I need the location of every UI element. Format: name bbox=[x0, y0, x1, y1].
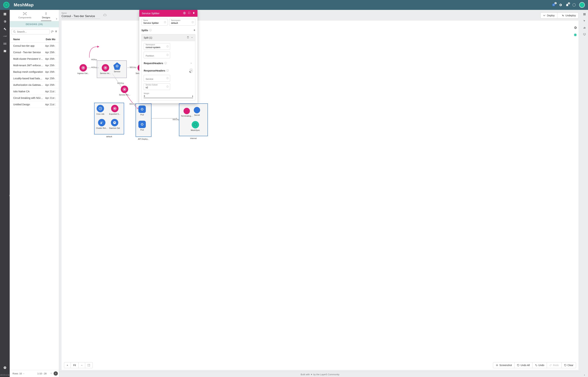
bell-icon[interactable]: 3 bbox=[565, 3, 569, 7]
split-delete-icon[interactable] bbox=[187, 36, 189, 39]
split-subset-field[interactable]: Service Subset ⓘ bbox=[144, 83, 170, 90]
cloud-sync-icon[interactable] bbox=[103, 14, 107, 17]
split-service-input[interactable] bbox=[146, 78, 168, 80]
help-icon[interactable]: ⓘ bbox=[192, 21, 194, 24]
rightnav-pointer-icon[interactable] bbox=[583, 19, 587, 23]
leftnav-perf-icon[interactable]: SMP bbox=[3, 34, 7, 38]
design-row[interactable]: Istio Native CAApr 21st 2 bbox=[10, 88, 59, 95]
design-row[interactable]: Backup mesh configurationApr 25th 2 bbox=[10, 69, 59, 75]
prop-name-field[interactable]: Name ⓘ bbox=[141, 19, 168, 25]
node-service-router[interactable]: Service Ro... bbox=[119, 86, 130, 96]
k8s-status-icon[interactable]: 1 bbox=[552, 3, 556, 7]
node-ingress[interactable]: Ingress Gat... bbox=[77, 64, 89, 74]
node-cronjob[interactable]: Cron Job bbox=[97, 105, 104, 115]
tab-components[interactable]: Components bbox=[17, 11, 32, 21]
canvas[interactable]: 443/tcp 443/tcp 9001/tcp 9002/tcp 9002/t… bbox=[61, 21, 578, 370]
avatar[interactable] bbox=[579, 2, 585, 8]
rightnav-monitor-icon[interactable] bbox=[583, 32, 587, 36]
split-ns-field[interactable]: Namespace ⓘ bbox=[144, 43, 170, 50]
request-headers-expand-icon[interactable] bbox=[189, 61, 193, 66]
prop-help-icon[interactable]: ? bbox=[183, 12, 186, 15]
node-exported-service[interactable]: Exported S... bbox=[109, 105, 121, 115]
split-weight-field[interactable]: Weight ▴▾ bbox=[144, 92, 193, 98]
design-row[interactable]: Consul two-tier appApr 25th 2 bbox=[10, 43, 59, 49]
help-icon[interactable]: ⓘ bbox=[166, 85, 169, 88]
undo-button[interactable]: Undo bbox=[532, 362, 547, 368]
design-row[interactable]: Consul - Two-tier ServiceApr 25th 2 bbox=[10, 49, 59, 56]
leftpanel-collapse-icon[interactable] bbox=[55, 18, 58, 21]
canvas-settings-icon[interactable] bbox=[574, 26, 577, 30]
design-row[interactable]: Locality-based load balancin...Apr 25th … bbox=[10, 75, 59, 82]
node-daemonset[interactable]: Daemon Set bbox=[109, 119, 120, 129]
pager-prev-icon[interactable] bbox=[50, 372, 52, 375]
fit-button[interactable]: Fit bbox=[71, 362, 79, 368]
canvas-mesh-icon[interactable] bbox=[574, 33, 577, 37]
node-cluster-role[interactable]: Cluster Rol... bbox=[96, 119, 107, 129]
rightnav-collapse-icon[interactable] bbox=[583, 373, 587, 377]
leftnav-help-icon[interactable]: ? bbox=[3, 365, 7, 370]
rightnav-chart-icon[interactable] bbox=[583, 26, 587, 30]
pager-perpage[interactable]: 10 bbox=[19, 372, 22, 375]
split-partition-field[interactable]: ⓘ bbox=[144, 52, 170, 58]
leftnav-filters-icon[interactable] bbox=[3, 42, 7, 46]
help-icon[interactable]: ⓘ bbox=[166, 54, 169, 57]
prop-expand-icon[interactable] bbox=[188, 12, 190, 15]
design-row[interactable]: Multi-cluster Persistent Volu...Apr 25th… bbox=[10, 56, 59, 62]
prop-namespace-field[interactable]: Namespace ⓘ bbox=[169, 19, 195, 25]
help-icon[interactable]: ⓘ bbox=[164, 62, 167, 65]
tab-designs[interactable]: Designs bbox=[41, 11, 51, 21]
refresh-icon[interactable] bbox=[51, 30, 54, 34]
node-meshsync[interactable]: MeshSync bbox=[191, 121, 200, 131]
design-row[interactable]: Multi-tenant JWT enforcementApr 25th 2 bbox=[10, 62, 59, 69]
split-ns-input[interactable] bbox=[146, 46, 168, 49]
clear-button[interactable]: Clear bbox=[562, 362, 576, 368]
node-secret[interactable]: Secret bbox=[194, 107, 200, 116]
search-input[interactable] bbox=[17, 30, 48, 33]
zoom-out-button[interactable]: − bbox=[79, 362, 85, 368]
split-service-field[interactable]: ⓘ bbox=[144, 75, 170, 82]
prop-delete-icon[interactable] bbox=[193, 12, 195, 15]
design-row[interactable]: Authorization via Gateway - ...Apr 25th … bbox=[10, 82, 59, 88]
split-subset-input[interactable] bbox=[146, 86, 168, 89]
rightnav-grid-icon[interactable] bbox=[583, 12, 587, 16]
loading-icon[interactable] bbox=[572, 3, 576, 7]
zoom-in-button[interactable]: + bbox=[64, 362, 71, 368]
add-split-icon[interactable]: + bbox=[193, 28, 195, 32]
screenshot-button[interactable]: Screenshot bbox=[493, 362, 515, 368]
help-icon[interactable]: ⓘ bbox=[166, 45, 169, 48]
leftnav-dashboard-icon[interactable] bbox=[3, 12, 7, 16]
split-partition-input[interactable] bbox=[146, 54, 168, 57]
leftnav-tools-icon[interactable] bbox=[3, 27, 7, 31]
undeploy-button[interactable]: Undeploy bbox=[559, 13, 578, 18]
weight-stepper-icon[interactable]: ▴▾ bbox=[192, 95, 193, 97]
help-icon[interactable]: ⓘ bbox=[149, 29, 152, 32]
node-pod-1[interactable]: Pod bbox=[138, 106, 146, 116]
col-date-header[interactable]: Date Mo bbox=[45, 38, 55, 41]
fullscreen-button[interactable] bbox=[85, 362, 93, 368]
design-row[interactable]: Untitled DesignApr 21st 2 bbox=[10, 101, 59, 108]
design-row[interactable]: Circuit breaking with NGINX ...Apr 21st … bbox=[10, 95, 59, 101]
split-collapse-icon[interactable] bbox=[191, 36, 193, 39]
search-input-wrapper[interactable] bbox=[11, 29, 50, 34]
leftpanel-circle-collapse-icon[interactable] bbox=[54, 371, 58, 376]
pager-perpage-caret-icon[interactable] bbox=[23, 373, 25, 375]
prop-name-input[interactable] bbox=[143, 22, 166, 24]
help-icon[interactable]: ⓘ bbox=[166, 77, 169, 80]
design-name-field[interactable]: Name Consul - Two-tier Service bbox=[61, 12, 100, 19]
leftnav-settings-icon[interactable] bbox=[3, 19, 7, 24]
prop-namespace-input[interactable] bbox=[171, 22, 193, 24]
node-service[interactable]: Service bbox=[113, 62, 121, 72]
deploy-button[interactable]: Deploy bbox=[540, 13, 557, 18]
redo-button[interactable]: Redo bbox=[547, 362, 561, 368]
settings-icon[interactable] bbox=[559, 3, 562, 7]
undo-all-button[interactable]: Undo All bbox=[514, 362, 532, 368]
split-weight-input[interactable] bbox=[144, 95, 192, 97]
col-name-header[interactable]: Name bbox=[13, 38, 45, 41]
leftnav-map-icon[interactable] bbox=[3, 49, 7, 53]
help-icon[interactable]: ⓘ bbox=[164, 21, 166, 24]
node-terminating[interactable]: Terminating... bbox=[181, 108, 193, 117]
logo-icon[interactable] bbox=[3, 2, 10, 8]
upload-icon[interactable] bbox=[55, 30, 58, 34]
help-icon[interactable]: ⓘ bbox=[166, 69, 169, 72]
node-pod-2[interactable]: Pod bbox=[138, 121, 146, 131]
